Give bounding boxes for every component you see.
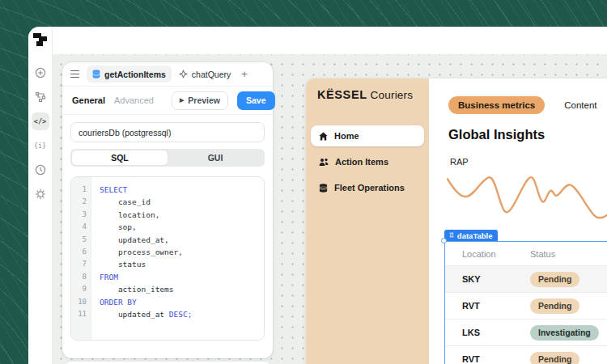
datatable-widget: ⠿ dataTable Location Status SKY Pending (444, 226, 607, 364)
query-settings-bar: General Advanced ▶ Preview Save (62, 87, 273, 115)
status-badge: Pending (530, 298, 579, 314)
table-row[interactable]: RVT Pending (445, 346, 607, 364)
tab-content[interactable]: Content (564, 100, 596, 110)
status-badge: Investigating (530, 325, 599, 341)
tab-label: getActionItems (104, 70, 166, 79)
settings-gear-icon[interactable] (32, 185, 49, 203)
page-title: Global Insights (448, 127, 545, 142)
table-row[interactable]: RVT Pending (445, 293, 607, 320)
chart-label: RAP (450, 157, 469, 167)
app-tabs: Business metrics Content (448, 96, 597, 114)
sql-code-editor[interactable]: 1234567891011 SELECT case_id location, s… (70, 176, 265, 341)
add-tab-button[interactable]: + (241, 68, 248, 80)
cell-location: RVT (445, 301, 530, 311)
code-lines[interactable]: SELECT case_id location, sop, updated_at… (91, 177, 192, 340)
window-topbar (53, 27, 607, 54)
code-editor-icon[interactable]: </> (32, 112, 49, 130)
state-braces-icon[interactable]: {i} (32, 137, 49, 154)
brand-name: KËSSEL (317, 88, 367, 101)
database-stack-icon (319, 184, 328, 193)
tab-label: chatQuery (192, 70, 231, 79)
workflow-icon[interactable] (32, 88, 49, 106)
menu-icon[interactable] (70, 70, 79, 78)
app-preview-panel: KËSSEL Couriers Home (306, 78, 607, 364)
home-icon (319, 132, 328, 141)
database-icon (92, 70, 100, 78)
app-content: Business metrics Content Global Insights… (429, 78, 607, 364)
column-header-status[interactable]: Status (530, 249, 607, 259)
brand-suffix: Couriers (371, 89, 414, 101)
sparkle-icon (179, 70, 188, 78)
play-icon: ▶ (180, 97, 184, 104)
people-icon (319, 158, 329, 167)
editor-canvas[interactable]: getActionItems chatQuery + General Advan… (53, 54, 607, 364)
app-sidebar: KËSSEL Couriers Home (306, 78, 429, 364)
table-header: Location Status (445, 242, 607, 266)
app-logo-icon (33, 33, 47, 47)
add-component-icon[interactable] (32, 64, 49, 82)
tab-advanced[interactable]: Advanced (114, 95, 154, 105)
nav-item-home[interactable]: Home (311, 125, 424, 146)
sql-gui-toggle: SQL GUI (70, 149, 265, 167)
code-gutter: 1234567891011 (71, 177, 91, 340)
history-clock-icon[interactable] (32, 161, 49, 179)
drag-handle-icon[interactable]: ⠿ (449, 232, 454, 239)
nav-item-fleet-operations[interactable]: Fleet Operations (311, 177, 424, 198)
rap-line-chart (447, 171, 607, 220)
left-icon-rail: </> {i} (28, 27, 53, 364)
nav-item-action-items[interactable]: Action Items (311, 151, 424, 172)
cell-location: SKY (445, 274, 530, 284)
status-badge: Pending (530, 272, 579, 287)
tab-business-metrics[interactable]: Business metrics (448, 96, 545, 114)
selection-handle[interactable] (441, 238, 447, 243)
tab-getactionitems[interactable]: getActionItems (87, 66, 172, 83)
status-badge: Pending (530, 352, 579, 364)
cell-location: LKS (445, 328, 530, 337)
save-button[interactable]: Save (237, 91, 275, 110)
app-builder-window: </> {i} (28, 27, 607, 364)
toggle-gui[interactable]: GUI (168, 150, 263, 165)
query-editor-panel: getActionItems chatQuery + General Advan… (62, 62, 273, 358)
resource-select[interactable]: couriersDb (postgressql) (70, 122, 265, 142)
table-row[interactable]: LKS Investigating (445, 320, 607, 346)
query-tab-bar: getActionItems chatQuery + (62, 62, 273, 87)
tab-chatquery[interactable]: chatQuery (179, 70, 231, 79)
table-row[interactable]: SKY Pending (445, 266, 607, 293)
column-header-location[interactable]: Location (445, 249, 530, 259)
cell-location: RVT (445, 354, 530, 364)
tab-general[interactable]: General (72, 95, 105, 105)
preview-button[interactable]: ▶ Preview (172, 91, 228, 110)
app-nav: Home Action Items (311, 125, 424, 198)
toggle-sql[interactable]: SQL (72, 150, 168, 165)
brand-logo: KËSSEL Couriers (317, 88, 424, 101)
data-table: Location Status SKY Pending RVT Pending (444, 241, 607, 364)
